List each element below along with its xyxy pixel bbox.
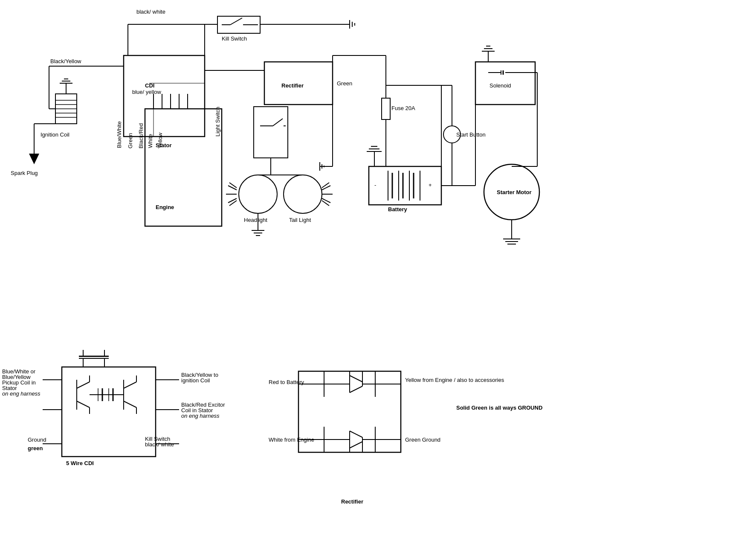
starter-motor-label: Starter Motor — [497, 189, 532, 195]
svg-rect-10 — [124, 55, 205, 137]
engine-label: Engine — [156, 204, 174, 210]
red-to-battery-label: Red to Battery — [269, 379, 304, 385]
svg-line-122 — [124, 382, 136, 388]
white-wire-label: White — [147, 134, 154, 148]
green-ground-label: Green Ground — [405, 437, 440, 443]
svg-text:ignition Coil: ignition Coil — [181, 377, 210, 384]
blue-white-wire-label: Blue/White — [116, 121, 122, 148]
battery-plus: + — [429, 182, 432, 188]
svg-line-168 — [350, 431, 362, 437]
svg-line-56 — [322, 186, 330, 190]
light-switch-label: Light Switch — [214, 107, 221, 137]
svg-text:black/ white: black/ white — [145, 441, 174, 448]
green-wire-label: Green — [127, 133, 133, 148]
wiring-diagram: Kill Switch black/ white CDI blue/ yello… — [0, 0, 756, 556]
rectifier-diagram-title: Rectifier — [341, 498, 363, 505]
svg-rect-45 — [254, 107, 288, 158]
green-label-rectifier: Green — [337, 80, 352, 87]
svg-line-169 — [350, 442, 362, 448]
ignition-coil-label: Ignition Coil — [41, 131, 70, 138]
svg-line-159 — [350, 386, 362, 393]
cdi-green-label: green — [28, 445, 43, 451]
start-button-label: Start Button — [456, 131, 486, 138]
svg-line-3 — [230, 18, 242, 25]
yellow-wire-label: Yellow — [157, 132, 163, 148]
svg-rect-115 — [62, 367, 156, 457]
svg-line-117 — [77, 382, 90, 388]
svg-line-48 — [273, 119, 283, 126]
cdi-ground-label: Ground — [28, 437, 46, 443]
svg-point-55 — [284, 175, 322, 213]
spark-plug-label: Spark Plug — [11, 170, 38, 176]
svg-marker-26 — [29, 154, 39, 164]
battery-label: Battery — [388, 206, 408, 213]
svg-line-123 — [124, 401, 136, 408]
svg-line-50 — [228, 186, 237, 190]
svg-point-49 — [239, 175, 277, 213]
svg-line-158 — [350, 376, 362, 382]
black-red-wire-label: Black/Red — [138, 123, 144, 148]
blue-yellow-label: blue/ yellow — [132, 89, 162, 95]
svg-line-58 — [322, 198, 330, 203]
cdi-diagram-title: 5 Wire CDI — [66, 460, 94, 466]
svg-rect-69 — [382, 98, 390, 119]
solid-green-label: Solid Green is all ways GROUND — [456, 405, 542, 411]
white-from-engine-label: White from Engine — [269, 437, 314, 443]
yellow-from-engine-label: Yellow from Engine / also to accessories — [405, 377, 504, 383]
battery-minus: - — [374, 182, 376, 188]
svg-line-118 — [77, 401, 90, 408]
fuse-label: Fuse 20A — [391, 105, 415, 111]
svg-text:on eng harness: on eng harness — [2, 390, 41, 397]
black-yellow-label: Black/Yellow — [50, 58, 81, 64]
headlight-label: Headlight — [244, 217, 267, 223]
black-white-label-top: black/ white — [136, 9, 165, 15]
solenoid-label: Solenoid — [490, 82, 511, 89]
tail-light-label: Tail Light — [289, 217, 311, 223]
svg-line-52 — [228, 198, 237, 203]
rectifier-label: Rectifier — [281, 82, 304, 89]
svg-text:on eng harness: on eng harness — [181, 413, 220, 419]
kill-switch-label: Kill Switch — [222, 35, 247, 42]
